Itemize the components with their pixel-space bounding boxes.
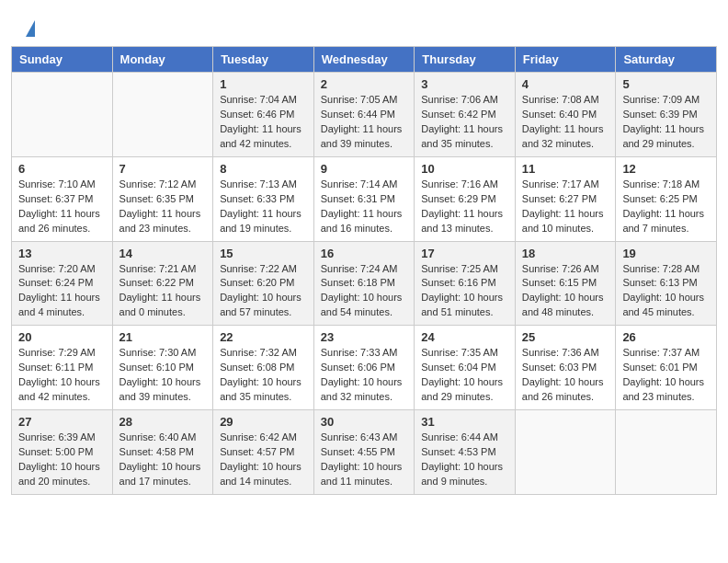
calendar-week-row: 20Sunrise: 7:29 AM Sunset: 6:11 PM Dayli… <box>12 326 717 410</box>
calendar-cell <box>112 73 213 157</box>
cell-content: Sunrise: 7:21 AM Sunset: 6:22 PM Dayligh… <box>119 262 207 321</box>
day-number: 18 <box>522 247 609 260</box>
calendar-header-row: SundayMondayTuesdayWednesdayThursdayFrid… <box>12 47 717 73</box>
cell-content: Sunrise: 7:06 AM Sunset: 6:42 PM Dayligh… <box>421 93 508 152</box>
cell-content: Sunrise: 7:29 AM Sunset: 6:11 PM Dayligh… <box>18 346 106 405</box>
calendar-cell: 30Sunrise: 6:43 AM Sunset: 4:55 PM Dayli… <box>313 410 415 495</box>
calendar-cell: 1Sunrise: 7:04 AM Sunset: 6:46 PM Daylig… <box>213 73 314 157</box>
day-number: 26 <box>622 330 710 344</box>
calendar-week-row: 13Sunrise: 7:20 AM Sunset: 6:24 PM Dayli… <box>12 241 717 326</box>
cell-content: Sunrise: 7:28 AM Sunset: 6:13 PM Dayligh… <box>622 262 710 321</box>
calendar-week-row: 1Sunrise: 7:04 AM Sunset: 6:46 PM Daylig… <box>12 73 717 157</box>
calendar-cell: 25Sunrise: 7:36 AM Sunset: 6:03 PM Dayli… <box>515 326 616 410</box>
day-number: 1 <box>220 77 307 91</box>
day-number: 20 <box>18 330 106 344</box>
day-number: 19 <box>622 247 710 260</box>
col-header-thursday: Thursday <box>415 47 516 73</box>
day-number: 13 <box>18 247 106 260</box>
day-number: 14 <box>119 247 207 260</box>
calendar-cell: 8Sunrise: 7:13 AM Sunset: 6:33 PM Daylig… <box>213 156 314 241</box>
calendar-cell: 16Sunrise: 7:24 AM Sunset: 6:18 PM Dayli… <box>313 241 415 326</box>
calendar-cell: 10Sunrise: 7:16 AM Sunset: 6:29 PM Dayli… <box>415 156 516 241</box>
day-number: 11 <box>522 162 609 176</box>
logo <box>22 17 35 37</box>
calendar-cell: 18Sunrise: 7:26 AM Sunset: 6:15 PM Dayli… <box>515 241 616 326</box>
calendar-cell: 26Sunrise: 7:37 AM Sunset: 6:01 PM Dayli… <box>616 326 717 410</box>
cell-content: Sunrise: 7:13 AM Sunset: 6:33 PM Dayligh… <box>220 178 307 236</box>
calendar-cell: 4Sunrise: 7:08 AM Sunset: 6:40 PM Daylig… <box>515 73 616 157</box>
calendar-cell: 24Sunrise: 7:35 AM Sunset: 6:04 PM Dayli… <box>415 326 516 410</box>
calendar-cell: 22Sunrise: 7:32 AM Sunset: 6:08 PM Dayli… <box>213 326 314 410</box>
col-header-friday: Friday <box>515 47 616 73</box>
calendar-cell: 7Sunrise: 7:12 AM Sunset: 6:35 PM Daylig… <box>112 156 213 241</box>
day-number: 25 <box>522 330 609 344</box>
calendar-cell: 27Sunrise: 6:39 AM Sunset: 5:00 PM Dayli… <box>12 410 113 495</box>
cell-content: Sunrise: 7:10 AM Sunset: 6:37 PM Dayligh… <box>18 178 106 236</box>
day-number: 21 <box>119 330 207 344</box>
calendar-cell: 28Sunrise: 6:40 AM Sunset: 4:58 PM Dayli… <box>112 410 213 495</box>
calendar-week-row: 6Sunrise: 7:10 AM Sunset: 6:37 PM Daylig… <box>12 156 717 241</box>
day-number: 15 <box>220 247 307 260</box>
col-header-saturday: Saturday <box>616 47 717 73</box>
calendar-cell: 11Sunrise: 7:17 AM Sunset: 6:27 PM Dayli… <box>515 156 616 241</box>
cell-content: Sunrise: 6:42 AM Sunset: 4:57 PM Dayligh… <box>220 431 307 489</box>
day-number: 29 <box>220 415 307 429</box>
day-number: 2 <box>321 77 408 91</box>
cell-content: Sunrise: 7:26 AM Sunset: 6:15 PM Dayligh… <box>522 262 609 321</box>
day-number: 7 <box>119 162 207 176</box>
day-number: 12 <box>622 162 710 176</box>
cell-content: Sunrise: 7:35 AM Sunset: 6:04 PM Dayligh… <box>421 346 508 405</box>
calendar-cell: 6Sunrise: 7:10 AM Sunset: 6:37 PM Daylig… <box>12 156 113 241</box>
cell-content: Sunrise: 7:20 AM Sunset: 6:24 PM Dayligh… <box>18 262 106 321</box>
calendar-wrapper: SundayMondayTuesdayWednesdayThursdayFrid… <box>0 46 728 506</box>
calendar-cell: 9Sunrise: 7:14 AM Sunset: 6:31 PM Daylig… <box>313 156 415 241</box>
cell-content: Sunrise: 6:43 AM Sunset: 4:55 PM Dayligh… <box>321 431 408 489</box>
day-number: 17 <box>421 247 508 260</box>
calendar-cell: 14Sunrise: 7:21 AM Sunset: 6:22 PM Dayli… <box>112 241 213 326</box>
day-number: 8 <box>220 162 307 176</box>
cell-content: Sunrise: 7:22 AM Sunset: 6:20 PM Dayligh… <box>220 262 307 321</box>
day-number: 30 <box>321 415 408 429</box>
cell-content: Sunrise: 7:18 AM Sunset: 6:25 PM Dayligh… <box>622 178 710 236</box>
calendar-cell: 5Sunrise: 7:09 AM Sunset: 6:39 PM Daylig… <box>616 73 717 157</box>
day-number: 3 <box>421 77 508 91</box>
cell-content: Sunrise: 6:40 AM Sunset: 4:58 PM Dayligh… <box>119 431 207 489</box>
calendar-table: SundayMondayTuesdayWednesdayThursdayFrid… <box>11 46 717 495</box>
calendar-cell: 31Sunrise: 6:44 AM Sunset: 4:53 PM Dayli… <box>415 410 516 495</box>
logo-triangle-icon <box>26 20 35 37</box>
calendar-cell <box>12 73 113 157</box>
cell-content: Sunrise: 7:05 AM Sunset: 6:44 PM Dayligh… <box>321 93 408 152</box>
col-header-monday: Monday <box>112 47 213 73</box>
cell-content: Sunrise: 6:44 AM Sunset: 4:53 PM Dayligh… <box>421 431 508 489</box>
day-number: 27 <box>18 415 106 429</box>
col-header-wednesday: Wednesday <box>313 47 415 73</box>
day-number: 22 <box>220 330 307 344</box>
cell-content: Sunrise: 7:24 AM Sunset: 6:18 PM Dayligh… <box>321 262 408 321</box>
cell-content: Sunrise: 7:04 AM Sunset: 6:46 PM Dayligh… <box>220 93 307 152</box>
cell-content: Sunrise: 7:09 AM Sunset: 6:39 PM Dayligh… <box>622 93 710 152</box>
cell-content: Sunrise: 7:36 AM Sunset: 6:03 PM Dayligh… <box>522 346 609 405</box>
day-number: 5 <box>622 77 710 91</box>
cell-content: Sunrise: 7:12 AM Sunset: 6:35 PM Dayligh… <box>119 178 207 236</box>
calendar-cell: 19Sunrise: 7:28 AM Sunset: 6:13 PM Dayli… <box>616 241 717 326</box>
day-number: 31 <box>421 415 508 429</box>
day-number: 24 <box>421 330 508 344</box>
col-header-sunday: Sunday <box>12 47 113 73</box>
day-number: 4 <box>522 77 609 91</box>
cell-content: Sunrise: 7:08 AM Sunset: 6:40 PM Dayligh… <box>522 93 609 152</box>
cell-content: Sunrise: 7:14 AM Sunset: 6:31 PM Dayligh… <box>321 178 408 236</box>
page-header <box>0 0 728 46</box>
calendar-week-row: 27Sunrise: 6:39 AM Sunset: 5:00 PM Dayli… <box>12 410 717 495</box>
calendar-cell: 2Sunrise: 7:05 AM Sunset: 6:44 PM Daylig… <box>313 73 415 157</box>
calendar-cell: 13Sunrise: 7:20 AM Sunset: 6:24 PM Dayli… <box>12 241 113 326</box>
calendar-cell: 3Sunrise: 7:06 AM Sunset: 6:42 PM Daylig… <box>415 73 516 157</box>
calendar-cell: 20Sunrise: 7:29 AM Sunset: 6:11 PM Dayli… <box>12 326 113 410</box>
cell-content: Sunrise: 7:17 AM Sunset: 6:27 PM Dayligh… <box>522 178 609 236</box>
calendar-cell <box>515 410 616 495</box>
day-number: 6 <box>18 162 106 176</box>
cell-content: Sunrise: 7:33 AM Sunset: 6:06 PM Dayligh… <box>321 346 408 405</box>
day-number: 10 <box>421 162 508 176</box>
cell-content: Sunrise: 6:39 AM Sunset: 5:00 PM Dayligh… <box>18 431 106 489</box>
calendar-cell: 29Sunrise: 6:42 AM Sunset: 4:57 PM Dayli… <box>213 410 314 495</box>
col-header-tuesday: Tuesday <box>213 47 314 73</box>
